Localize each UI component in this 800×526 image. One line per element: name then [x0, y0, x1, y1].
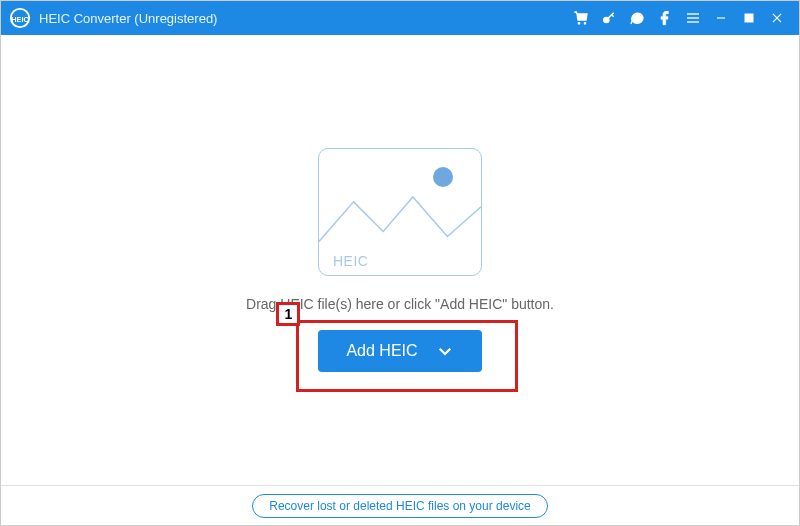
placeholder-label: HEIC — [333, 253, 368, 269]
app-window: HEIC HEIC Converter (Unregistered) — [0, 0, 800, 526]
svg-rect-9 — [745, 14, 753, 22]
add-heic-button[interactable]: Add HEIC — [318, 330, 481, 372]
main-content: HEIC Drag HEIC file(s) here or click "Ad… — [1, 35, 799, 485]
add-button-container: Add HEIC 1 — [318, 330, 481, 372]
heic-drop-zone-icon[interactable]: HEIC — [318, 148, 482, 276]
add-button-label: Add HEIC — [346, 342, 417, 360]
mountains-icon — [319, 192, 481, 251]
app-title: HEIC Converter (Unregistered) — [39, 11, 217, 26]
annotation-step-label: 1 — [276, 302, 300, 326]
title-bar: HEIC HEIC Converter (Unregistered) — [1, 1, 799, 35]
facebook-icon[interactable] — [651, 4, 679, 32]
footer: Recover lost or deleted HEIC files on yo… — [1, 485, 799, 525]
recover-files-link[interactable]: Recover lost or deleted HEIC files on yo… — [252, 494, 547, 518]
menu-icon[interactable] — [679, 4, 707, 32]
svg-point-2 — [578, 23, 579, 24]
svg-point-3 — [584, 23, 585, 24]
close-icon[interactable] — [763, 4, 791, 32]
key-icon[interactable] — [595, 4, 623, 32]
maximize-icon[interactable] — [735, 4, 763, 32]
cart-icon[interactable] — [567, 4, 595, 32]
chevron-down-icon — [436, 342, 454, 360]
chat-icon[interactable] — [623, 4, 651, 32]
svg-text:HEIC: HEIC — [11, 15, 29, 24]
app-logo-icon: HEIC — [9, 7, 31, 29]
minimize-icon[interactable] — [707, 4, 735, 32]
sun-icon — [433, 167, 453, 187]
